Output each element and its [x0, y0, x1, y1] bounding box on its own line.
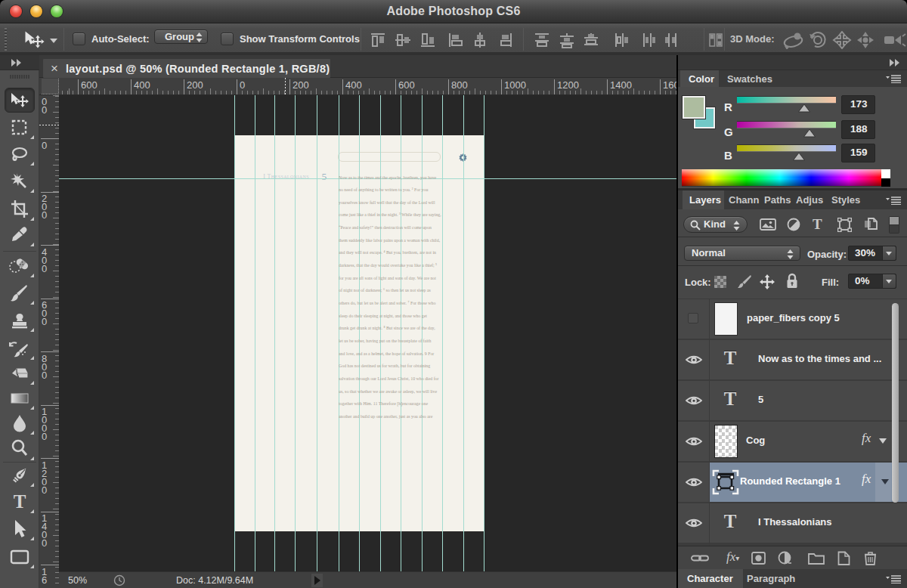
- svg-text:T: T: [14, 492, 26, 512]
